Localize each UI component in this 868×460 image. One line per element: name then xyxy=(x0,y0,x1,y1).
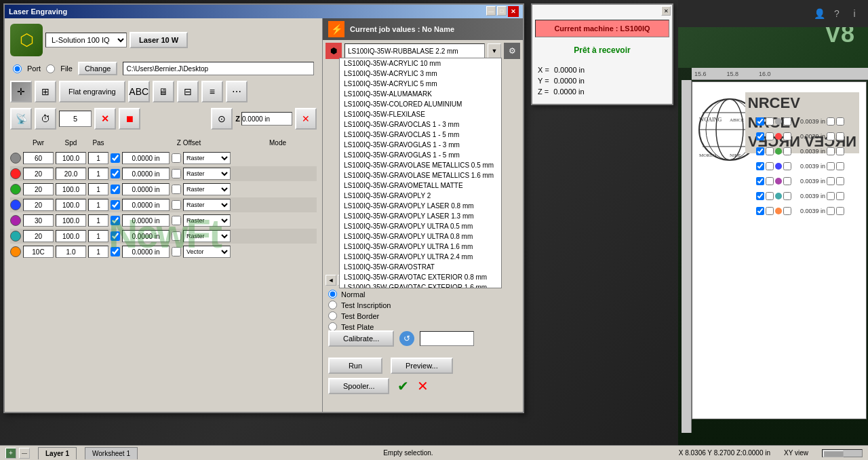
layer-z-2[interactable] xyxy=(122,183,170,195)
layer-active-6[interactable] xyxy=(111,247,120,256)
layer-z-5[interactable] xyxy=(122,230,170,242)
table-tool[interactable]: ⊟ xyxy=(177,81,199,102)
material-option-0[interactable]: LS100IQ-35W-ACRYLIC 10 mm xyxy=(340,58,501,69)
path-input[interactable] xyxy=(123,62,314,75)
maximize-button[interactable]: □ xyxy=(497,6,507,16)
calibrate-button[interactable]: Calibrate... xyxy=(328,330,394,347)
stop-tool[interactable]: ⏹ xyxy=(119,108,140,130)
color-check2-2[interactable] xyxy=(766,147,774,155)
wifi-tool[interactable]: 📡 xyxy=(10,108,32,130)
material-option-16[interactable]: LS100IQ-35W-GRAVOPLY ULTRA 0.5 mm xyxy=(340,221,501,231)
material-option-21[interactable]: LS100IQ-35W-GRAVOTAC EXTERIOR 0.8 mm xyxy=(340,272,501,282)
change-button[interactable]: Change xyxy=(78,62,118,75)
color-check3-3[interactable] xyxy=(783,162,791,170)
layer-power-2[interactable] xyxy=(23,183,54,195)
material-option-18[interactable]: LS100IQ-35W-GRAVOPLY ULTRA 1.6 mm xyxy=(340,242,501,252)
material-option-7[interactable]: LS100IQ-35W-GRAVOCLAS 1 - 5 mm xyxy=(340,130,501,140)
color-check2-5[interactable] xyxy=(766,192,774,200)
layer-mode-1[interactable]: Raster Vector xyxy=(183,168,231,180)
user-icon[interactable]: 👤 xyxy=(812,7,826,20)
color-check2-1[interactable] xyxy=(766,132,774,140)
color-check1-3[interactable] xyxy=(756,162,764,170)
layer-active-1[interactable] xyxy=(111,169,120,178)
layer-z-0[interactable] xyxy=(122,152,170,164)
scrollbar[interactable] xyxy=(822,449,863,457)
material-option-13[interactable]: LS100IQ-35W-GRAVOPLY 2 xyxy=(340,191,501,201)
flat-engraving-button[interactable]: Flat engraving xyxy=(59,81,125,102)
color-check5-2[interactable] xyxy=(836,147,844,155)
layer-passes-6[interactable] xyxy=(88,246,108,258)
material-dropdown-list[interactable]: LS100IQ-35W-ACRYLIC 10 mmLS100IQ-35W-ACR… xyxy=(339,58,502,288)
layer-mode-4[interactable]: Raster Vector xyxy=(183,214,231,227)
layer-z-3[interactable] xyxy=(122,199,170,211)
color-check1-4[interactable] xyxy=(756,177,764,185)
layer-speed-2[interactable] xyxy=(56,183,86,195)
info-icon[interactable]: i xyxy=(848,7,861,20)
color-check3-6[interactable] xyxy=(783,207,791,215)
layer-speed-0[interactable] xyxy=(56,152,86,164)
color-check5-3[interactable] xyxy=(836,162,844,170)
layers-tool[interactable]: ⊞ xyxy=(35,81,56,102)
ok-button[interactable]: ✔ xyxy=(397,378,409,394)
color-check1-5[interactable] xyxy=(756,192,764,200)
color-check2-6[interactable] xyxy=(766,207,774,215)
file-radio[interactable] xyxy=(46,64,55,73)
layer1-tab[interactable]: Layer 1 xyxy=(38,447,77,459)
machine-close-btn[interactable]: ✕ xyxy=(661,6,671,16)
layer-z-1[interactable] xyxy=(122,168,170,180)
z-input[interactable] xyxy=(241,112,292,126)
layer-check2-4[interactable] xyxy=(172,216,181,225)
material-display[interactable]: LS100IQ-35W-RUBBALASE 2.2 mm xyxy=(344,43,485,58)
layer-mode-0[interactable]: Raster Vector xyxy=(183,152,231,164)
more-tool[interactable]: ⋯ xyxy=(226,81,248,102)
color-check2-4[interactable] xyxy=(766,177,774,185)
color-check1-6[interactable] xyxy=(756,207,764,215)
layer-check2-3[interactable] xyxy=(172,200,181,210)
layer-active-3[interactable] xyxy=(111,200,120,210)
material-option-17[interactable]: LS100IQ-35W-GRAVOPLY ULTRA 0.8 mm xyxy=(340,231,501,242)
cancel-button[interactable]: ✕ xyxy=(417,378,429,394)
layer-active-0[interactable] xyxy=(111,153,120,163)
close-button[interactable]: ✕ xyxy=(508,6,519,17)
normal-radio[interactable] xyxy=(328,290,337,299)
layer-mode-3[interactable]: Raster Vector xyxy=(183,199,231,211)
z-cancel-tool[interactable]: ✕ xyxy=(295,108,317,130)
color-check3-1[interactable] xyxy=(783,132,791,140)
layer-passes-0[interactable] xyxy=(88,152,108,164)
help-icon[interactable]: ? xyxy=(830,7,844,20)
color-check4-3[interactable] xyxy=(827,162,835,170)
material-option-5[interactable]: LS100IQ-35W-FLEXILASE xyxy=(340,109,501,119)
test-inscription-radio[interactable] xyxy=(328,301,337,309)
color-check2-0[interactable] xyxy=(766,117,774,126)
color-check5-0[interactable] xyxy=(836,117,844,126)
layer-power-5[interactable] xyxy=(23,230,54,242)
material-option-2[interactable]: LS100IQ-35W-ACRYLIC 5 mm xyxy=(340,79,501,89)
layer-mode-2[interactable]: Raster Vector xyxy=(183,183,231,195)
origin-tool[interactable]: ⊙ xyxy=(211,108,233,130)
prev-page-btn[interactable]: ◄ xyxy=(326,275,336,286)
material-option-10[interactable]: LS100IQ-35W-GRAVOLASE METALLICS 0.5 mm xyxy=(340,160,501,170)
layer-active-5[interactable] xyxy=(111,231,120,241)
material-option-11[interactable]: LS100IQ-35W-GRAVOLASE METALLICS 1.6 mm xyxy=(340,170,501,180)
color-check2-3[interactable] xyxy=(766,162,774,170)
material-option-1[interactable]: LS100IQ-35W-ACRYLIC 3 mm xyxy=(340,69,501,79)
color-check3-0[interactable] xyxy=(783,117,791,126)
port-radio[interactable] xyxy=(13,64,22,73)
layer-z-4[interactable] xyxy=(122,214,170,227)
layer-speed-1[interactable] xyxy=(56,168,86,180)
color-check5-6[interactable] xyxy=(836,207,844,215)
layer-power-1[interactable] xyxy=(23,168,54,180)
layer-check2-0[interactable] xyxy=(172,153,181,163)
calibrate-value-input[interactable] xyxy=(420,331,474,346)
run-button[interactable]: Run xyxy=(328,358,382,374)
material-option-9[interactable]: LS100IQ-35W-GRAVOGLAS 1 - 5 mm xyxy=(340,150,501,160)
minus-layer-button[interactable]: — xyxy=(19,448,30,459)
layer-active-2[interactable] xyxy=(111,185,120,194)
worksheet1-tab[interactable]: Worksheet 1 xyxy=(85,447,138,459)
layer-speed-4[interactable] xyxy=(56,214,86,227)
material-option-20[interactable]: LS100IQ-35W-GRAVOSTRAT xyxy=(340,262,501,272)
color-check4-6[interactable] xyxy=(827,207,835,215)
layer-passes-1[interactable] xyxy=(88,168,108,180)
color-check5-1[interactable] xyxy=(836,132,844,140)
red-x-tool[interactable]: ✕ xyxy=(94,108,116,130)
